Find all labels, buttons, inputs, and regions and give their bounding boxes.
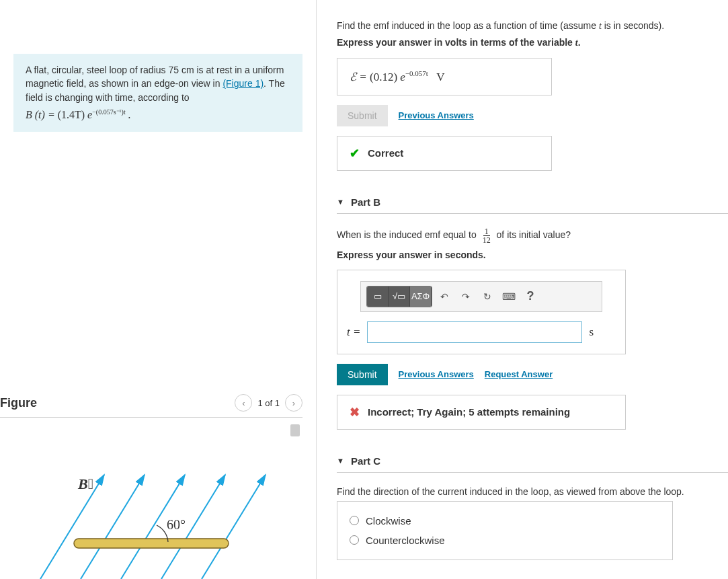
right-panel: Find the emf induced in the loop as a fu… — [316, 0, 728, 579]
prev-figure-button[interactable]: ‹ — [235, 394, 252, 412]
radio-icon — [350, 535, 359, 545]
part-b-submit-row: Submit Previous Answers Request Answer — [337, 364, 728, 385]
x-icon: ✖ — [350, 405, 360, 420]
greek-letters-button[interactable]: ΑΣΦ — [410, 286, 432, 307]
counterclockwise-option[interactable]: Counterclockwise — [350, 531, 660, 550]
fraction-template-button[interactable]: ▭ — [367, 286, 389, 307]
reset-button[interactable]: ↻ — [478, 287, 497, 306]
root-template-button[interactable]: √▭ — [389, 286, 410, 307]
svg-rect-5 — [74, 539, 229, 548]
eq-coeff: (1.4T) — [58, 109, 85, 120]
figure-pager: ‹ 1 of 1 › — [235, 394, 302, 412]
figure-title: Figure — [0, 396, 37, 410]
template-button-group: ▭ √▭ ΑΣΦ — [366, 286, 432, 307]
equation-toolbar: ▭ √▭ ΑΣΦ ↶ ↷ ↻ ⌨ ? — [360, 281, 602, 312]
part-c-options-box: Clockwise Counterclockwise — [337, 501, 673, 560]
part-b-value-input[interactable] — [367, 321, 582, 343]
part-a-previous-answers-link[interactable]: Previous Answers — [399, 110, 474, 120]
eq-e: e — [85, 109, 92, 120]
clockwise-option[interactable]: Clockwise — [350, 511, 660, 531]
greek-label: ΑΣΦ — [411, 291, 430, 301]
next-figure-button[interactable]: › — [285, 394, 302, 412]
t-equals-label: t = — [347, 325, 360, 339]
eq-end: . — [126, 109, 131, 120]
part-b-subprompt: Express your answer in seconds. — [337, 249, 728, 260]
emf-symbol: ℰ = — [350, 71, 370, 83]
part-b-input-row: t = s — [347, 321, 616, 343]
part-b-feedback-text: Incorrect; Try Again; 5 attempts remaini… — [368, 406, 570, 418]
part-b-prompt-prefix: When is the induced emf equal to — [337, 229, 479, 240]
part-a-feedback-box: ✔ Correct — [337, 136, 552, 171]
part-b-submit-button[interactable]: Submit — [337, 364, 388, 385]
field-diagram-svg — [0, 424, 282, 579]
part-a-submit-row: Submit Previous Answers — [337, 105, 728, 126]
angle-label: 60° — [167, 517, 186, 533]
keyboard-button[interactable]: ⌨ — [499, 287, 518, 306]
help-button[interactable]: ? — [521, 287, 540, 306]
svg-line-4 — [202, 475, 266, 579]
caret-down-icon: ▼ — [337, 198, 344, 206]
emf-unit: V — [436, 71, 444, 83]
frac-den: 12 — [481, 236, 492, 244]
emf-exp: −0.057t — [405, 69, 428, 77]
left-panel: A flat, circular, steel loop of radius 7… — [0, 0, 316, 579]
counterclockwise-label: Counterclockwise — [366, 535, 445, 546]
svg-line-0 — [40, 475, 104, 579]
radio-icon — [350, 516, 359, 525]
figure-header: Figure ‹ 1 of 1 › — [0, 394, 302, 418]
part-c-header[interactable]: ▼ Part C — [337, 450, 728, 473]
part-c-title: Part C — [351, 455, 380, 467]
part-a-subprompt: Express your answer in volts in terms of… — [337, 37, 728, 48]
part-b-input-box: ▭ √▭ ΑΣΦ ↶ ↷ ↻ ⌨ ? t = s — [337, 270, 626, 354]
emf-e: e — [397, 71, 405, 83]
undo-button[interactable]: ↶ — [435, 287, 454, 306]
frac-num: 1 — [483, 227, 490, 236]
part-b-prompt: When is the induced emf equal to 1 12 of… — [337, 227, 728, 244]
part-a-answer-box: ℰ = (0.12) e−0.057t V — [337, 58, 552, 95]
part-a-sub-text: Express your answer in volts in terms of… — [337, 37, 575, 48]
caret-down-icon: ▼ — [337, 457, 344, 465]
b-vector-label: B⃗ — [78, 475, 93, 493]
emf-coeff: (0.12) — [370, 71, 397, 83]
part-b-prompt-suffix: of its initial value? — [497, 229, 571, 240]
pager-label: 1 of 1 — [257, 398, 280, 408]
part-c-prompt: Find the direction of the current induce… — [337, 486, 728, 497]
part-a-submit-button: Submit — [337, 105, 388, 126]
fraction-one-twelfth: 1 12 — [481, 227, 492, 244]
part-a-feedback-text: Correct — [368, 147, 403, 159]
figure-canvas: B⃗ 60° — [0, 424, 302, 579]
check-icon: ✔ — [350, 146, 360, 161]
figure-section: Figure ‹ 1 of 1 › — [0, 394, 302, 579]
part-a-prompt: Find the emf induced in the loop as a fu… — [337, 20, 728, 32]
part-a-prompt-prefix: Find the emf induced in the loop as a fu… — [337, 20, 599, 31]
part-b-request-answer-link[interactable]: Request Answer — [485, 369, 553, 379]
part-b-feedback-box: ✖ Incorrect; Try Again; 5 attempts remai… — [337, 395, 626, 430]
eq-exp: −(0.057s⁻¹)t — [92, 108, 125, 116]
b-of-t-equation: B (t) = (1.4T) e−(0.057s⁻¹)t . — [26, 107, 290, 122]
eq-lhs: B (t) = — [26, 109, 58, 120]
part-a-prompt-suffix: is in seconds). — [602, 20, 664, 31]
redo-button[interactable]: ↷ — [456, 287, 475, 306]
part-a-sub-end: . — [578, 37, 581, 48]
seconds-unit-label: s — [589, 325, 594, 339]
clockwise-label: Clockwise — [366, 515, 411, 527]
scroll-thumb[interactable] — [290, 424, 300, 436]
part-b-header[interactable]: ▼ Part B — [337, 191, 728, 214]
figure-link[interactable]: (Figure 1) — [223, 78, 264, 89]
part-b-title: Part B — [351, 196, 380, 208]
problem-intro-box: A flat, circular, steel loop of radius 7… — [13, 54, 302, 132]
part-b-previous-answers-link[interactable]: Previous Answers — [399, 369, 474, 379]
